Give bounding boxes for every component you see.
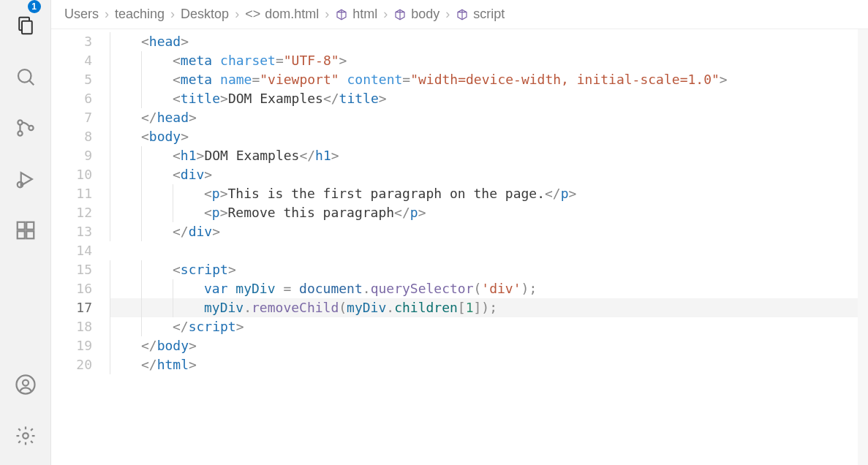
symbol-icon: [335, 8, 348, 21]
svg-rect-9: [17, 222, 24, 230]
source-control-icon[interactable]: [0, 102, 51, 154]
explorer-icon[interactable]: 1: [0, 0, 51, 51]
symbol-icon: [393, 8, 407, 21]
svg-point-14: [23, 380, 29, 386]
line-number: 4: [51, 51, 92, 70]
chevron-right-icon: ›: [445, 7, 450, 22]
code-line[interactable]: <h1>DOM Examples</h1>: [110, 146, 858, 165]
line-number: 16: [51, 279, 92, 298]
code-line[interactable]: <meta charset="UTF-8">: [110, 51, 858, 70]
activity-bar: 1: [0, 0, 51, 465]
line-number: 20: [51, 355, 92, 374]
svg-point-2: [18, 69, 31, 83]
svg-rect-1: [22, 21, 32, 34]
code-line[interactable]: </body>: [110, 336, 858, 355]
line-number: 12: [51, 203, 92, 222]
code-line[interactable]: <meta name="viewport" content="width=dev…: [110, 70, 858, 89]
chevron-right-icon: ›: [170, 7, 175, 22]
svg-point-4: [18, 120, 22, 124]
crumb-script[interactable]: script: [456, 7, 505, 22]
code-line[interactable]: <p>This is the first paragraph on the pa…: [110, 184, 858, 203]
crumb-teaching[interactable]: teaching: [115, 7, 165, 22]
scrollbar[interactable]: [858, 29, 868, 465]
chevron-right-icon: ›: [235, 7, 239, 22]
svg-rect-11: [26, 231, 34, 238]
extensions-icon[interactable]: [0, 205, 51, 256]
code-line[interactable]: </head>: [110, 108, 858, 127]
svg-rect-10: [17, 231, 24, 238]
svg-point-15: [23, 433, 29, 439]
breadcrumb[interactable]: Users › teaching › Desktop › <> dom.html…: [51, 0, 868, 29]
chevron-right-icon: ›: [105, 7, 109, 22]
svg-point-8: [17, 182, 23, 188]
explorer-badge: 1: [28, 0, 41, 13]
line-number: 18: [51, 317, 92, 336]
line-number: 3: [51, 32, 92, 51]
svg-line-3: [29, 80, 34, 85]
code-line[interactable]: </div>: [110, 222, 858, 241]
code-line[interactable]: <div>: [110, 165, 858, 184]
code-line[interactable]: <head>: [110, 32, 858, 51]
line-number: 9: [51, 146, 92, 165]
code-line[interactable]: [110, 241, 858, 260]
svg-rect-12: [26, 222, 34, 230]
chevron-right-icon: ›: [383, 7, 388, 22]
code-line[interactable]: <body>: [110, 127, 858, 146]
crumb-html[interactable]: html: [335, 7, 377, 22]
code-line[interactable]: myDiv.removeChild(myDiv.children[1]);: [110, 298, 858, 317]
line-number: 5: [51, 70, 92, 89]
crumb-body[interactable]: body: [393, 7, 439, 22]
crumb-file[interactable]: <> dom.html: [245, 7, 319, 22]
code-editor[interactable]: 34567891011121314151617181920 <head><met…: [51, 29, 868, 465]
code-line[interactable]: var myDiv = document.querySelector('div'…: [110, 279, 858, 298]
line-number: 11: [51, 184, 92, 203]
editor-main: Users › teaching › Desktop › <> dom.html…: [51, 0, 868, 465]
code-line[interactable]: <p>Remove this paragraph</p>: [110, 203, 858, 222]
line-number: 13: [51, 222, 92, 241]
search-icon[interactable]: [0, 51, 51, 102]
settings-gear-icon[interactable]: [0, 414, 51, 465]
svg-point-6: [29, 126, 33, 130]
line-number-gutter: 34567891011121314151617181920: [51, 29, 110, 465]
crumb-users[interactable]: Users: [64, 7, 99, 22]
line-number: 10: [51, 165, 92, 184]
line-number: 6: [51, 89, 92, 108]
line-number: 7: [51, 108, 92, 127]
code-area[interactable]: <head><meta charset="UTF-8"><meta name="…: [110, 29, 858, 465]
accounts-icon[interactable]: [0, 363, 51, 414]
chevron-right-icon: ›: [325, 7, 329, 22]
symbol-icon: [456, 8, 469, 21]
line-number: 14: [51, 241, 92, 260]
crumb-desktop[interactable]: Desktop: [181, 7, 229, 22]
code-line[interactable]: </script>: [110, 317, 858, 336]
run-debug-icon[interactable]: [0, 154, 51, 205]
line-number: 8: [51, 127, 92, 146]
code-line[interactable]: </html>: [110, 355, 858, 374]
code-file-icon: <>: [245, 7, 260, 22]
line-number: 19: [51, 336, 92, 355]
line-number: 15: [51, 260, 92, 279]
code-line[interactable]: <script>: [110, 260, 858, 279]
svg-point-5: [18, 131, 22, 135]
code-line[interactable]: <title>DOM Examples</title>: [110, 89, 858, 108]
line-number: 17: [51, 298, 92, 317]
